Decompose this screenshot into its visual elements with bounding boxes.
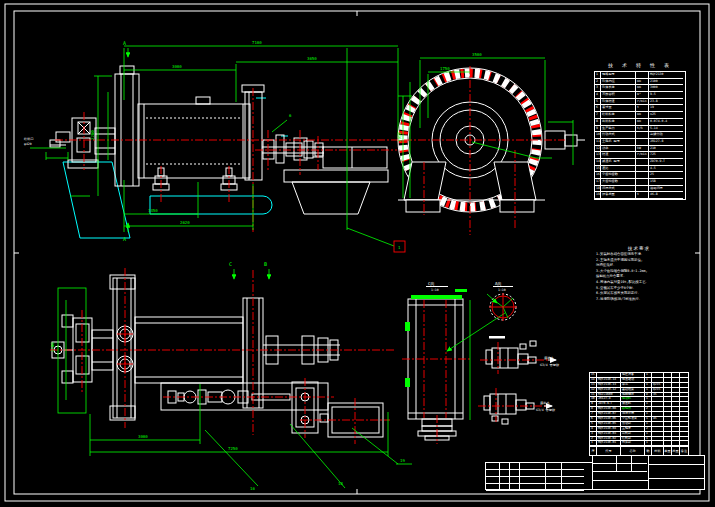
dim-side-b1: 1450 [148, 208, 158, 213]
view-mark-c: C [229, 261, 232, 267]
scale-label: 比例 [632, 456, 647, 464]
detail-c-view: C向 1:10 [402, 281, 505, 444]
spec-cell-value: 0.074-0.4 [649, 119, 683, 126]
spec-cell-name: 筒体内径 [601, 79, 636, 86]
detail-a-scale: 1:10 [498, 288, 506, 292]
balloon-6: 6 [289, 113, 292, 118]
dim-plan-left: 2100 [50, 342, 55, 352]
rev-cell: 处数 [500, 463, 510, 470]
dim-end-left: 2950 [397, 132, 402, 142]
foundation-strip [150, 196, 272, 214]
spec-row: 18 润滑方式 油脂润滑 [595, 186, 685, 193]
stage-value [593, 464, 617, 472]
spec-table-grid: 1 规格型号 MQY2130 2 筒体内径 mm 2100 3 筒体长度 mm … [594, 71, 686, 200]
rev-cell: 年月日 [562, 463, 584, 470]
plan-drive-base [161, 383, 328, 410]
feed-note-line2: φ420 [24, 142, 32, 146]
spec-cell-value: 19 [649, 105, 683, 112]
revision-row: 标记 处数 分区 更改文件号 签名 年月日 [486, 463, 592, 470]
spec-row: 6 装球量 t 19 [595, 105, 685, 112]
spec-cell-value: 210 [649, 146, 683, 153]
spec-row: 11 主电机 型号 JR127-8 [595, 139, 685, 146]
spec-row: 19 设备总重 t 46.8 [595, 192, 685, 199]
spec-cell-unit: kW [636, 146, 649, 153]
sig-cell [562, 477, 584, 484]
sig-cell [520, 477, 546, 484]
mill-shell [138, 104, 250, 178]
spec-row: 16 小齿轮齿数 25 [595, 172, 685, 179]
sheet-count: 共 1 张 第 1 张 [593, 472, 648, 481]
title-block-signatures: 标记 处数 分区 更改文件号 签名 年月日 设计 标准化 审核 [485, 462, 593, 490]
sig-cell [562, 470, 584, 477]
spec-cell-name: 减速机 型号 [601, 159, 636, 166]
sig-cell: 标准化 [520, 470, 546, 477]
gear-cover [245, 92, 262, 180]
spec-cell-value: ZD70-9-Ⅰ [649, 159, 683, 166]
plan-centerlines [50, 268, 395, 444]
detail-c-label: C向 [428, 281, 434, 286]
dim-side-b2: 2620 [180, 220, 190, 225]
spec-cell-value: 46.8 [649, 192, 683, 199]
plan-balloon-16: 16 [250, 486, 255, 491]
pinion-drive [262, 135, 388, 214]
spec-cell-name: 有效容积 [601, 92, 636, 99]
spec-cell-unit [636, 132, 649, 139]
spec-cell-name: 筒体长度 [601, 85, 636, 92]
detail-a-view: A向 1:10 [487, 281, 517, 339]
spec-cell-name: 设备总重 [601, 192, 636, 199]
title-block-stage-col: 阶段标记 重量 比例 46.8t 1:20 共 1 张 第 1 张 [593, 456, 649, 489]
technical-notes: 技术要求 1.安装时各结合面应清洗干净。 2.主轴承温升不得超过规定值, 润滑应… [596, 246, 682, 302]
dim-end-half: 1750 [440, 66, 450, 71]
water-in-line1: 接进水 [544, 356, 554, 360]
spec-cell-value: 5-14 [649, 126, 683, 133]
drawing-number: MQY2130.00 [649, 479, 704, 489]
spec-cell-value: 25 [649, 172, 683, 179]
dim-plan-b1: 3000 [138, 434, 148, 439]
foundation-left [63, 162, 130, 238]
spec-cell-unit [636, 159, 649, 166]
spec-cell-unit [636, 186, 649, 193]
stage-label: 阶段标记 [593, 456, 617, 464]
spec-cell-unit: t [636, 105, 649, 112]
bom-cell-number: 1 [590, 441, 597, 446]
spec-cell-unit [636, 139, 649, 146]
bom-cell-name: 筒体部 [621, 441, 645, 446]
sig-cell [562, 484, 584, 491]
spec-row: 2 筒体内径 mm 2100 [595, 79, 685, 86]
signature-row: 审核 [486, 477, 592, 484]
rev-cell: 签名 [546, 463, 562, 470]
spec-cell-value: 725 [649, 152, 683, 159]
spec-cell-unit: mm [636, 85, 649, 92]
dim-side-shell: 3000 [172, 64, 182, 69]
sig-cell [546, 470, 562, 477]
side-dimensions: 7100 3650 3000 2280 1450 2620 [30, 40, 398, 232]
spec-cell-name: 功率 [601, 146, 636, 153]
scale-value: 1:20 [632, 464, 647, 472]
bearing-detail-2: 接出水 G3/4 管螺纹 [478, 388, 556, 424]
spec-cell-name: 筒体转速 [601, 99, 636, 106]
spec-cell-value: 油脂润滑 [649, 186, 683, 193]
spec-cell-unit: mm [636, 112, 649, 119]
spec-table: 技 术 特 性 表 1 规格型号 MQY2130 2 筒体内径 mm 2100 … [594, 62, 686, 200]
section-a-label-bottom: A [123, 236, 126, 242]
note-line: 7.涂漆防锈按JB/T标准执行。 [596, 297, 682, 303]
side-view: 7100 3650 3000 2280 1450 2620 A A 1 6 给料… [24, 40, 405, 252]
sig-cell: 审核 [486, 477, 500, 484]
spec-cell-name: 速比 [601, 166, 636, 173]
rev-cell: 分区 [510, 463, 520, 470]
view-mark-b: B [264, 261, 267, 267]
cad-drawing-sheet: 7100 3650 3000 2280 1450 2620 A A 1 6 给料… [0, 0, 715, 507]
dim-side-top: 7100 [252, 40, 262, 45]
notes-lines: 1.安装时各结合面应清洗干净。 2.主轴承温升不得超过规定值, 润滑应良好。 3… [596, 252, 682, 302]
spec-cell-value: 边缘传动 [649, 132, 683, 139]
detail-c-scale: 1:10 [431, 288, 439, 292]
bom-cell-material [652, 441, 664, 446]
bom-cell-remark [680, 441, 688, 446]
water-out-line1: 接出水 [540, 401, 550, 405]
feed-head [115, 74, 139, 186]
sig-cell [510, 477, 520, 484]
plan-view-marks: C B [229, 261, 269, 279]
spec-row: 17 大齿轮齿数 158 [595, 179, 685, 186]
stage-labels: 阶段标记 重量 比例 [593, 456, 648, 464]
section-a-label-top: A [123, 40, 126, 46]
